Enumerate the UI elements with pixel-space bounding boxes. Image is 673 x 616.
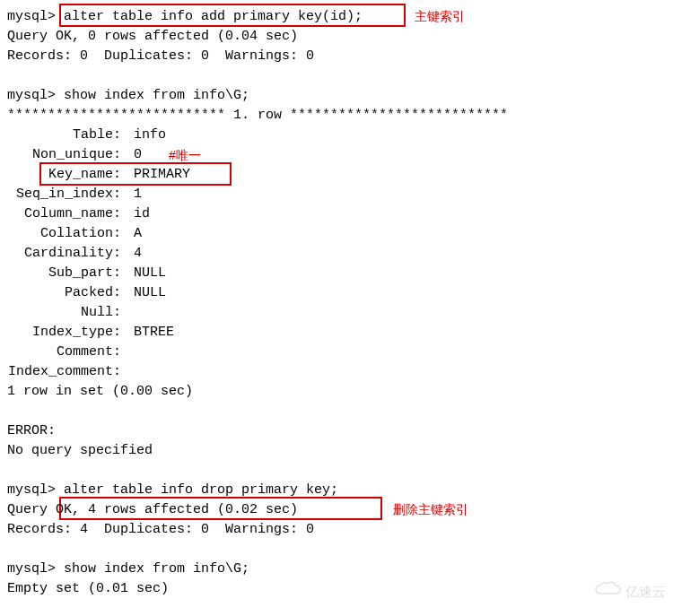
index-field-label: Index_type	[7, 323, 113, 343]
colon: :	[113, 283, 126, 303]
cmd-alter-drop: alter table info drop primary key;	[64, 482, 338, 498]
colon: :	[113, 145, 126, 165]
line-drop-ok: Query OK, 4 rows affected (0.02 sec)	[7, 500, 666, 520]
line-add-rec: Records: 0 Duplicates: 0 Warnings: 0	[7, 47, 666, 66]
index-field-label: Seq_in_index	[7, 185, 113, 204]
colon: :	[113, 204, 126, 224]
index-row-table: Table: info	[7, 126, 666, 145]
line-add-ok: Query OK, 0 rows affected (0.04 sec)	[7, 27, 666, 47]
watermark: 亿速云	[595, 581, 666, 603]
index-row-null: Null:	[7, 303, 666, 323]
index-field-label: Column_name	[7, 204, 113, 224]
index-row-sub_part: Sub_part: NULL	[7, 264, 666, 283]
row-in-set: 1 row in set (0.00 sec)	[7, 382, 666, 402]
index-field-value: A	[126, 224, 142, 244]
index-field-label: Comment	[7, 343, 113, 362]
blank-4	[7, 540, 666, 560]
blank-2	[7, 402, 666, 421]
blank-3	[7, 461, 666, 481]
line-show-index-2: mysql> show index from info\G;	[7, 560, 666, 579]
colon: :	[113, 165, 126, 185]
colon: :	[113, 343, 126, 362]
index-row-non_unique: Non_unique: 0	[7, 145, 666, 165]
index-field-value	[126, 343, 134, 362]
line-alter-drop: mysql> alter table info drop primary key…	[7, 481, 666, 500]
index-field-value: NULL	[126, 264, 166, 283]
colon: :	[113, 126, 126, 145]
index-field-label: Key_name	[7, 165, 113, 185]
colon: :	[113, 323, 126, 343]
index-row-seq_in_index: Seq_in_index: 1	[7, 185, 666, 204]
error-header: ERROR:	[7, 421, 666, 441]
colon: :	[113, 303, 126, 323]
index-field-value	[126, 303, 134, 323]
index-field-label: Packed	[7, 283, 113, 303]
line-alter-add: mysql> alter table info add primary key(…	[7, 7, 666, 27]
error-msg: No query specified	[7, 441, 666, 461]
cmd-show-index-1: show index from info\G;	[64, 88, 249, 103]
index-row-column_name: Column_name: id	[7, 204, 666, 224]
line-drop-rec: Records: 4 Duplicates: 0 Warnings: 0	[7, 520, 666, 540]
index-field-value: info	[126, 126, 166, 145]
index-field-value: 0	[126, 145, 142, 165]
blank-1	[7, 66, 666, 86]
index-field-label: Non_unique	[7, 145, 113, 165]
index-row-cardinality: Cardinality: 4	[7, 244, 666, 264]
colon: :	[113, 244, 126, 264]
prompt: mysql>	[7, 88, 56, 103]
colon: :	[113, 185, 126, 204]
index-row-collation: Collation: A	[7, 224, 666, 244]
index-field-value: PRIMARY	[126, 165, 190, 185]
prompt: mysql>	[7, 9, 56, 24]
row-divider: *************************** 1. row *****…	[7, 106, 666, 126]
index-field-value: 1	[126, 185, 142, 204]
index-field-label: Cardinality	[7, 244, 113, 264]
line-show-index-1: mysql> show index from info\G;	[7, 86, 666, 106]
index-field-value: id	[126, 204, 150, 224]
cmd-show-index-2: show index from info\G;	[64, 561, 249, 577]
colon: :	[113, 362, 126, 382]
index-field-label: Table	[7, 126, 113, 145]
prompt: mysql>	[7, 482, 56, 498]
index-field-value: BTREE	[126, 323, 174, 343]
index-field-value: NULL	[126, 283, 166, 303]
index-field-value: 4	[126, 244, 142, 264]
colon: :	[113, 224, 126, 244]
colon: :	[113, 264, 126, 283]
annotation-primary-index: 主键索引	[415, 6, 465, 26]
index-row-key_name: Key_name: PRIMARY	[7, 165, 666, 185]
prompt: mysql>	[7, 561, 56, 577]
index-row-packed: Packed: NULL	[7, 283, 666, 303]
watermark-text: 亿速云	[625, 582, 666, 602]
index-field-label: Null	[7, 303, 113, 323]
index-row-index_type: Index_type: BTREE	[7, 323, 666, 343]
index-field-label: Index_comment	[7, 362, 113, 382]
index-row-index_comment: Index_comment:	[7, 362, 666, 382]
cmd-alter-add: alter table info add primary key(id);	[64, 9, 363, 24]
annotation-unique: #唯一	[169, 145, 201, 165]
index-field-value	[126, 362, 134, 382]
index-field-label: Collation	[7, 224, 113, 244]
empty-set: Empty set (0.01 sec)	[7, 579, 666, 599]
index-field-label: Sub_part	[7, 264, 113, 283]
cloud-icon	[595, 581, 622, 603]
index-row-comment: Comment:	[7, 343, 666, 362]
